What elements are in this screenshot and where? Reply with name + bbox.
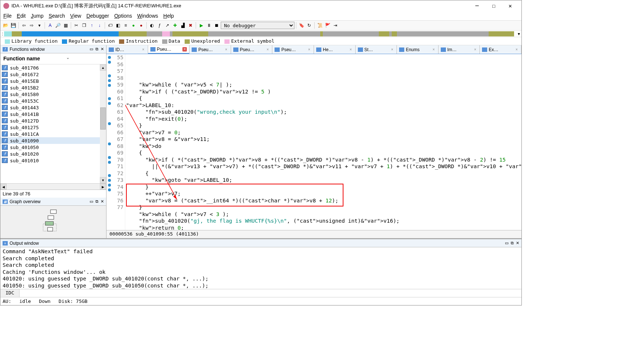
- function-row[interactable]: fsub_4015EB: [0, 78, 106, 84]
- function-row[interactable]: fsub_40153C: [0, 98, 106, 104]
- pane-close-button[interactable]: ✕: [101, 47, 104, 52]
- breakpoint-dot[interactable]: [108, 188, 111, 191]
- down-icon[interactable]: ↓: [96, 22, 103, 29]
- code-line[interactable]: {: [125, 95, 521, 102]
- code-line[interactable]: "var">LABEL_10:: [125, 102, 521, 109]
- nav-map[interactable]: : ▾: [0, 31, 521, 37]
- debugger-select[interactable]: No debugger: [221, 22, 294, 29]
- tab-close-icon[interactable]: ×: [224, 47, 228, 52]
- code-line[interactable]: "fn">sub_401020("wrong,check your input\…: [125, 109, 521, 116]
- function-row[interactable]: fsub_401672: [0, 71, 106, 78]
- pane-pop-button[interactable]: ⧉: [511, 241, 514, 245]
- tab-close-icon[interactable]: ×: [432, 47, 436, 52]
- pane-close-button[interactable]: ✕: [101, 199, 104, 204]
- breakpoint-dot[interactable]: [108, 122, 111, 125]
- code-line[interactable]: "kw">goto "var">LABEL_10;: [125, 177, 521, 184]
- bp-icon[interactable]: ◐: [148, 22, 156, 29]
- function-row[interactable]: fsub_401706: [0, 64, 106, 71]
- play-icon[interactable]: ▶: [198, 22, 205, 29]
- graph-overview-canvas[interactable]: [0, 206, 106, 238]
- code-line[interactable]: "kw">while ( "var">v7 < 3 );: [125, 211, 521, 218]
- tab[interactable]: Im…×: [439, 45, 480, 54]
- code-line[interactable]: "kw">return 0;: [125, 225, 521, 230]
- back-icon[interactable]: ⇦: [20, 22, 28, 29]
- breakpoint-dot[interactable]: [108, 79, 111, 82]
- breakpoint-dot[interactable]: [108, 161, 111, 164]
- tab-close-icon[interactable]: ×: [349, 47, 353, 52]
- tab[interactable]: Pseu…×: [231, 45, 273, 54]
- breakpoint-dot[interactable]: [108, 97, 111, 100]
- function-row[interactable]: fsub_401090: [0, 137, 106, 144]
- function-row[interactable]: fsub_401580: [0, 91, 106, 98]
- tab-close-icon[interactable]: ×: [390, 47, 394, 52]
- bp-list-icon[interactable]: 🔖: [298, 22, 305, 29]
- function-row[interactable]: fsub_40141B: [0, 111, 106, 117]
- up-icon[interactable]: ↑: [88, 22, 95, 29]
- tab[interactable]: Pseu…×: [148, 45, 190, 54]
- breakpoint-dot[interactable]: [108, 56, 111, 59]
- menu-options[interactable]: Options: [114, 13, 132, 19]
- circle-red-icon[interactable]: ●: [137, 22, 145, 29]
- pane-close-button[interactable]: ✕: [516, 241, 519, 245]
- maximize-button[interactable]: ☐: [485, 1, 502, 11]
- menu-view[interactable]: View: [70, 13, 81, 19]
- breakpoint-dot[interactable]: [108, 102, 111, 105]
- tab[interactable]: Pseu…×: [189, 45, 231, 54]
- function-row[interactable]: fsub_401010: [0, 157, 106, 164]
- chart-icon[interactable]: ▟: [179, 22, 186, 29]
- code-line[interactable]: }: [125, 184, 521, 191]
- menu-debugger[interactable]: Debugger: [86, 13, 109, 19]
- search-text-icon[interactable]: A: [46, 22, 54, 29]
- function-row[interactable]: fsub_401443: [0, 104, 106, 111]
- menu-file[interactable]: File: [3, 13, 12, 19]
- code-line[interactable]: "fn">sub_401020("gj, the flag is WHUCTF{…: [125, 218, 521, 225]
- function-row[interactable]: fsub_40127D: [0, 117, 106, 124]
- dropdown-icon[interactable]: ▾: [36, 22, 43, 29]
- breakpoint-dot[interactable]: [108, 179, 111, 182]
- scroll-up-icon[interactable]: ▲: [100, 64, 106, 71]
- ref-icon[interactable]: ↗: [164, 22, 171, 29]
- code-line[interactable]: }: [125, 204, 521, 211]
- tab[interactable]: Ex…×: [480, 45, 521, 54]
- tab-close-icon[interactable]: ×: [307, 47, 311, 52]
- functions-hscroll[interactable]: ◀▶: [0, 183, 106, 190]
- breakpoint-dot[interactable]: [108, 61, 111, 64]
- tab[interactable]: He…×: [314, 45, 356, 54]
- pause-icon[interactable]: ⏸: [205, 22, 213, 29]
- tab-close-icon[interactable]: ×: [265, 47, 270, 52]
- breakpoint-dot[interactable]: [108, 174, 111, 177]
- menu-help[interactable]: Help: [163, 13, 174, 19]
- open-icon[interactable]: 📂: [2, 22, 9, 29]
- pane-min-button[interactable]: ▭: [90, 47, 93, 52]
- function-name-header[interactable]: Function name⌄: [0, 53, 106, 64]
- output-text[interactable]: Command "AskNextText" failed Search comp…: [0, 247, 521, 289]
- tab-close-icon[interactable]: ×: [514, 47, 519, 52]
- block-icon[interactable]: ◧: [114, 22, 122, 29]
- pane-min-button[interactable]: ▭: [505, 241, 509, 245]
- function-row[interactable]: fsub_401275: [0, 124, 106, 131]
- code-line[interactable]: || *(&"var">v13 + "var">v7) + *(("cast">…: [125, 163, 521, 170]
- code-line[interactable]: "kw">if ( *("cast">_DWORD *)"var">v8 + *…: [125, 156, 521, 163]
- code-line[interactable]: "kw">if ( ("cast">_DWORD)"var">v12 != 5 …: [125, 88, 521, 95]
- copy-icon[interactable]: ❐: [80, 22, 88, 29]
- function-row[interactable]: fsub_401050: [0, 144, 106, 151]
- breakpoint-dot[interactable]: [108, 156, 111, 159]
- menu-windows[interactable]: Windows: [137, 13, 158, 19]
- code-line[interactable]: "var">v8 = &"var">v11;: [125, 136, 521, 143]
- pane-min-button[interactable]: ▭: [90, 199, 93, 204]
- function-row[interactable]: fsub_401020: [0, 151, 106, 157]
- script-icon[interactable]: 📜: [316, 22, 324, 29]
- menu-search[interactable]: Search: [49, 13, 65, 19]
- pane-pop-button[interactable]: ⧉: [95, 199, 98, 204]
- save-icon[interactable]: 💾: [10, 22, 17, 29]
- code-line[interactable]: "kw">do: [125, 143, 521, 150]
- function-row[interactable]: fsub_4011CA: [0, 131, 106, 137]
- minimize-button[interactable]: ─: [469, 1, 485, 11]
- code-line[interactable]: {: [125, 149, 521, 156]
- tab-close-icon[interactable]: ×: [141, 47, 146, 52]
- code-line[interactable]: {: [125, 170, 521, 177]
- idc-tab[interactable]: IDC: [0, 289, 20, 297]
- tag-icon[interactable]: 🏷: [107, 22, 114, 29]
- stop-icon[interactable]: ⏹: [213, 22, 220, 29]
- code-line[interactable]: "var">v7 = 0;: [125, 129, 521, 136]
